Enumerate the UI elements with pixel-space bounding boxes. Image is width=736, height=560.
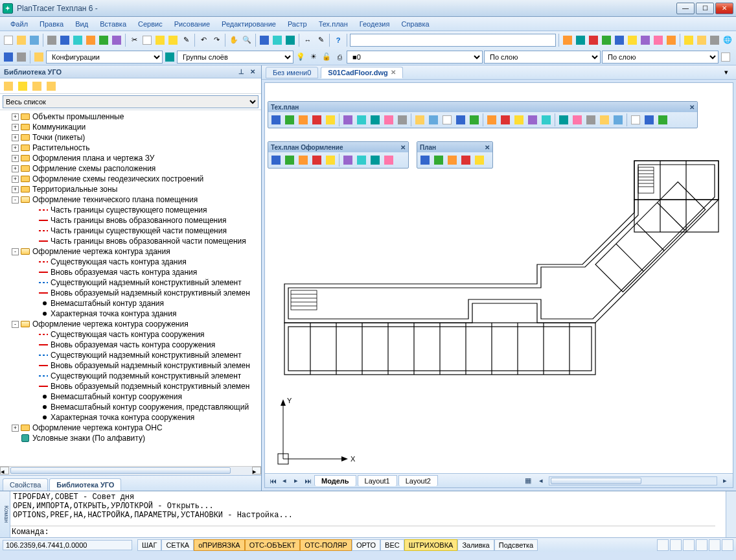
tree-row[interactable]: Характерная точка контура сооружения (0, 412, 261, 423)
collapse-icon[interactable]: - (12, 196, 19, 204)
tool-b-icon[interactable] (575, 34, 586, 46)
menu-item-сервис[interactable]: Сервис (133, 19, 168, 29)
status-btn-опривязка[interactable]: оПРИВЯЗКА (194, 539, 245, 551)
tree-row[interactable]: Внемасштабный контур сооружения (0, 391, 261, 402)
find-icon[interactable] (72, 34, 84, 46)
tree-row[interactable]: Часть границы существующей части помещен… (0, 226, 261, 236)
new-icon[interactable] (3, 34, 14, 46)
status-icon-2[interactable] (670, 539, 682, 551)
status-icon-1[interactable] (657, 539, 669, 551)
tree-row[interactable]: Вновь образуемый надземный конструктивны… (0, 360, 261, 371)
ft1-btn-20[interactable] (557, 113, 570, 126)
ft1-btn-11[interactable] (427, 113, 440, 126)
menu-item-вид[interactable]: Вид (70, 19, 93, 29)
command-log[interactable]: TIPOFDAY,СОВЕТ - Совет дня OPEN,ИМПОРТА,… (10, 491, 726, 537)
tree-row[interactable]: +Растительность (0, 143, 261, 153)
ft1-btn-8[interactable] (382, 113, 395, 126)
ft1-btn-12[interactable] (441, 113, 454, 126)
layers-icon[interactable] (98, 34, 109, 46)
zoom-in-icon[interactable]: 🔍 (241, 34, 253, 46)
layer-combo[interactable]: ■0 (347, 51, 483, 64)
zoom-fit-icon[interactable] (284, 34, 296, 46)
ft1-btn-25[interactable] (629, 113, 642, 126)
settings-icon[interactable] (85, 34, 97, 46)
status-icon-6[interactable] (722, 539, 733, 551)
ft1-btn-3[interactable] (310, 113, 323, 126)
ft1-btn-16[interactable] (499, 113, 512, 126)
doc-tab-2[interactable]: S01CadFloor.dwg✕ (321, 67, 402, 78)
lib-refresh-icon[interactable] (3, 80, 14, 92)
tool-f-icon[interactable] (627, 34, 638, 46)
menu-item-файл[interactable]: Файл (5, 19, 33, 29)
tree-row[interactable]: +Офрмление схемы расположения (0, 163, 261, 174)
paste2-icon[interactable] (167, 34, 179, 46)
menu-item-растр[interactable]: Растр (282, 19, 312, 29)
tree-row[interactable]: Существующая часть контура здания (0, 257, 261, 267)
config-icon[interactable] (33, 51, 45, 63)
tool-g-icon[interactable] (639, 34, 651, 46)
tree-row[interactable]: Часть границы вновь образованного помеще… (0, 215, 261, 226)
tree-row[interactable]: -Оформление чертежа контура сооружения (0, 319, 261, 329)
tree-row[interactable]: Условные знаки (По алфавиту) (0, 433, 261, 443)
expand-icon[interactable]: + (12, 186, 19, 193)
ref-b-icon[interactable] (16, 51, 27, 63)
layergrp-icon[interactable] (164, 51, 176, 63)
tree-row[interactable]: Существующая часть контура сооружения (0, 329, 261, 340)
tool-l-icon[interactable] (709, 34, 720, 46)
open-icon[interactable] (16, 34, 27, 46)
library-filter-combo[interactable]: Весь список (3, 95, 259, 108)
menu-item-рисование[interactable]: Рисование (169, 19, 215, 29)
command-vscrollbar[interactable] (726, 491, 736, 537)
tree-row[interactable]: Вновь образуемый подземный конструктивны… (0, 381, 261, 391)
ft1-btn-17[interactable] (512, 113, 525, 126)
ft1-btn-5[interactable] (341, 113, 354, 126)
tree-row[interactable]: Часть границы вновь образованной части п… (0, 236, 261, 246)
command-input[interactable] (350, 34, 556, 47)
float-toolbar-tehplan[interactable]: Тех.план✕ (268, 101, 698, 128)
doc-close-icon[interactable]: ✕ (391, 69, 396, 76)
ft1-btn-9[interactable] (396, 113, 409, 126)
close-button[interactable]: ✕ (715, 3, 733, 14)
ft1-btn-7[interactable] (369, 113, 382, 126)
expand-icon[interactable]: + (12, 165, 19, 172)
expand-icon[interactable]: + (12, 425, 19, 432)
missing-icon[interactable] (720, 51, 731, 63)
expand-icon[interactable]: + (12, 124, 19, 131)
lib-fld1-icon[interactable] (31, 80, 43, 92)
scroll-right-icon[interactable]: ▸ (720, 476, 730, 486)
menu-item-редактирование[interactable]: Редактирование (216, 19, 281, 29)
globe-icon[interactable]: 🌐 (722, 34, 733, 46)
lib-fld2-icon[interactable] (45, 80, 57, 92)
tree-row[interactable]: Существующий надземный конструктивный эл… (0, 277, 261, 288)
ft1-btn-2[interactable] (297, 113, 310, 126)
float-tb1-close-icon[interactable]: ✕ (689, 104, 695, 111)
print-icon[interactable] (46, 34, 58, 46)
pin-icon[interactable]: ⊥ (236, 67, 246, 76)
menu-item-тех.план[interactable]: Тех.план (314, 19, 353, 29)
ft1-btn-18[interactable] (526, 113, 539, 126)
cut-icon[interactable]: ✂ (128, 34, 140, 46)
status-btn-орто[interactable]: ОРТО (352, 539, 380, 551)
tab-properties[interactable]: Свойства (3, 478, 48, 491)
bulb-icon[interactable]: 💡 (295, 51, 306, 63)
props-icon[interactable] (111, 34, 122, 46)
tree-row[interactable]: Вновь образуемый надземный конструктивны… (0, 288, 261, 298)
help-icon[interactable]: ? (332, 34, 344, 46)
zoom-win-icon[interactable] (271, 34, 283, 46)
expand-icon[interactable]: + (12, 155, 19, 162)
ft1-btn-0[interactable] (270, 113, 282, 126)
copy-icon[interactable] (141, 34, 153, 46)
pan-icon[interactable]: ✋ (228, 34, 240, 46)
layergrp-combo[interactable]: Группы слоёв (177, 51, 293, 64)
paste-icon[interactable] (154, 34, 166, 46)
status-icon-3[interactable] (683, 539, 695, 551)
tree-row[interactable]: +Оформления плана и чертежа ЗУ (0, 153, 261, 163)
grid-toggle-icon[interactable]: ▦ (523, 476, 533, 486)
panel-close-icon[interactable]: ✕ (248, 67, 257, 76)
minimize-button[interactable]: — (676, 3, 695, 14)
layout-last-icon[interactable]: ⏭ (303, 476, 313, 486)
collapse-icon[interactable]: - (12, 248, 19, 255)
status-btn-штриховка[interactable]: ШТРИХОВКА (404, 539, 458, 551)
drawing-canvas[interactable]: Тех.план✕ Тех.план Оформление✕ План✕ (264, 82, 733, 488)
ft1-btn-4[interactable] (324, 113, 337, 126)
